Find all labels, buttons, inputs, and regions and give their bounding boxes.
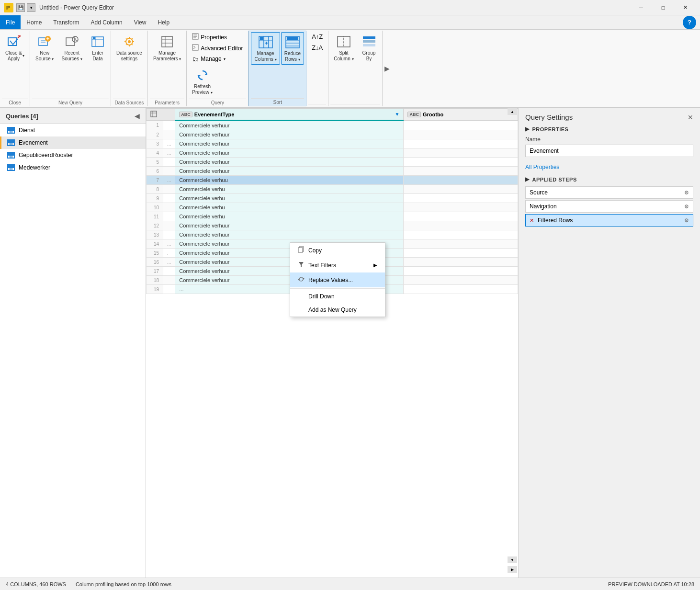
group-by-button[interactable]: GroupBy xyxy=(358,32,380,64)
context-replace-values[interactable]: Replace Values... xyxy=(290,272,385,287)
table-row[interactable]: 6Commerciele verhuur xyxy=(147,167,518,176)
ribbon-more-arrow[interactable]: ▶ xyxy=(384,65,390,72)
menu-file[interactable]: File xyxy=(0,15,21,29)
applied-step-filtered-rows[interactable]: ✕ Filtered Rows ⚙ xyxy=(525,214,693,227)
table-row[interactable]: 7...Commerciele verhuu xyxy=(147,176,518,185)
filtered-rows-gear[interactable]: ⚙ xyxy=(684,217,689,224)
split-column-button[interactable]: SplitColumn ▾ xyxy=(330,32,357,64)
data-grid[interactable]: ABC EvenementType ▼ ABC Grootbo xyxy=(146,108,518,578)
table-row[interactable]: 3...Commerciele verhuur xyxy=(147,139,518,148)
recent-sources-button[interactable]: RecentSources ▾ xyxy=(58,32,85,64)
cell-grootboek[interactable] xyxy=(404,121,518,130)
navigation-step-gear[interactable]: ⚙ xyxy=(684,204,689,210)
ribbon-more[interactable]: ▶ xyxy=(383,31,392,106)
cell-grootboek[interactable] xyxy=(404,276,518,285)
filter-icon-evenement[interactable]: ▼ xyxy=(395,112,400,117)
filtered-rows-x[interactable]: ✕ xyxy=(530,217,534,224)
cell-grootboek[interactable] xyxy=(404,249,518,258)
sidebar-item-dienst[interactable]: Dienst xyxy=(0,124,146,136)
table-row[interactable]: 12Commerciele verhuur xyxy=(147,221,518,230)
menu-view[interactable]: View xyxy=(128,15,152,29)
sidebar-toggle[interactable]: ◀ xyxy=(135,112,140,120)
qs-close-button[interactable]: ✕ xyxy=(688,113,693,121)
cell-grootboek[interactable] xyxy=(404,185,518,194)
sort-za-button[interactable]: Z↓A xyxy=(308,43,326,53)
table-row[interactable]: 11Commerciele verhu xyxy=(147,212,518,221)
reduce-rows-button[interactable]: ReduceRows ▾ xyxy=(281,32,304,65)
cell-evenement-type[interactable]: Commerciele verhuur xyxy=(175,130,404,139)
cell-grootboek[interactable] xyxy=(404,148,518,158)
cell-grootboek[interactable] xyxy=(404,230,518,239)
scroll-down-button[interactable]: ▼ xyxy=(508,556,517,563)
cell-evenement-type[interactable]: Commerciele verhuur xyxy=(175,158,404,167)
cell-grootboek[interactable] xyxy=(404,139,518,148)
menu-transform[interactable]: Transform xyxy=(47,15,85,29)
sidebar-item-gepubliceerd-rooster[interactable]: GepubliceerdRooster xyxy=(0,149,146,161)
cell-grootboek[interactable] xyxy=(404,258,518,267)
cell-grootboek[interactable] xyxy=(404,203,518,212)
manage-button[interactable]: 🗂 Manage ▾ xyxy=(189,54,228,64)
cell-evenement-type[interactable]: Commerciele verhuur xyxy=(175,139,404,148)
menu-home[interactable]: Home xyxy=(21,15,47,29)
dropdown-button[interactable]: ▾ xyxy=(27,3,35,12)
manage-parameters-button[interactable]: ManageParameters ▾ xyxy=(150,32,184,64)
cell-evenement-type[interactable]: Commerciele verhuur xyxy=(175,148,404,158)
sort-az-button[interactable]: A↑Z xyxy=(308,32,326,42)
maximize-button[interactable]: □ xyxy=(652,0,674,15)
cell-grootboek[interactable] xyxy=(404,285,518,294)
cell-grootboek[interactable] xyxy=(404,176,518,185)
cell-grootboek[interactable] xyxy=(404,158,518,167)
cell-evenement-type[interactable]: Commerciele verhuur xyxy=(175,121,404,130)
minimize-button[interactable]: ─ xyxy=(630,0,652,15)
context-add-new-query[interactable]: Add as New Query xyxy=(290,303,385,317)
cell-evenement-type[interactable]: Commerciele verhu xyxy=(175,203,404,212)
cell-evenement-type[interactable]: Commerciele verhu xyxy=(175,194,404,203)
cell-evenement-type[interactable]: Commerciele verhu xyxy=(175,185,404,194)
sidebar-item-evenement[interactable]: Evenement xyxy=(0,136,146,149)
help-button[interactable]: ? xyxy=(683,16,696,29)
cell-grootboek[interactable] xyxy=(404,239,518,249)
sidebar-item-medewerker[interactable]: Medewerker xyxy=(0,161,146,174)
cell-grootboek[interactable] xyxy=(404,221,518,230)
qs-all-properties-link[interactable]: All Properties xyxy=(525,164,559,170)
col-header-evenement-type[interactable]: ABC EvenementType ▼ xyxy=(175,109,404,121)
cell-grootboek[interactable] xyxy=(404,167,518,176)
applied-step-source[interactable]: Source ⚙ xyxy=(525,186,693,199)
cell-grootboek[interactable] xyxy=(404,267,518,276)
cell-grootboek[interactable] xyxy=(404,130,518,139)
table-row[interactable]: 2Commerciele verhuur xyxy=(147,130,518,139)
source-step-gear[interactable]: ⚙ xyxy=(684,190,689,196)
scroll-up-button[interactable]: ▲ xyxy=(508,108,517,115)
enter-data-button[interactable]: EnterData xyxy=(87,32,109,64)
advanced-editor-button[interactable]: Advanced Editor xyxy=(189,43,246,54)
cell-evenement-type[interactable]: Commerciele verhu xyxy=(175,212,404,221)
scroll-right-button[interactable]: ▶ xyxy=(508,566,517,573)
refresh-preview-button[interactable]: RefreshPreview ▾ xyxy=(189,65,215,98)
close-button[interactable]: ✕ xyxy=(674,0,696,15)
table-row[interactable]: 8Commerciele verhu xyxy=(147,185,518,194)
cell-evenement-type[interactable]: Commerciele verhuur xyxy=(175,167,404,176)
properties-button[interactable]: Properties xyxy=(189,32,230,43)
context-copy[interactable]: Copy xyxy=(290,243,385,258)
col-header-grootboek[interactable]: ABC Grootbo xyxy=(404,109,518,121)
table-row[interactable]: 13Commerciele verhuur xyxy=(147,230,518,239)
applied-step-navigation[interactable]: Navigation ⚙ xyxy=(525,200,693,213)
close-apply-button[interactable]: Close & Apply ▾ xyxy=(2,32,28,64)
cell-evenement-type[interactable]: Commerciele verhuu xyxy=(175,176,404,185)
cell-evenement-type[interactable]: Commerciele verhuur xyxy=(175,221,404,230)
table-row[interactable]: 9Commerciele verhu xyxy=(147,194,518,203)
menu-help[interactable]: Help xyxy=(152,15,175,29)
menu-add-column[interactable]: Add Column xyxy=(85,15,128,29)
cell-grootboek[interactable] xyxy=(404,212,518,221)
table-row[interactable]: 5Commerciele verhuur xyxy=(147,158,518,167)
cell-grootboek[interactable] xyxy=(404,194,518,203)
context-text-filters[interactable]: Text Filters ▶ xyxy=(290,258,385,272)
new-source-button[interactable]: NewSource ▾ xyxy=(32,32,57,64)
table-row[interactable]: 1Commerciele verhuur xyxy=(147,121,518,130)
cell-evenement-type[interactable]: Commerciele verhuur xyxy=(175,230,404,239)
table-row[interactable]: 4...Commerciele verhuur xyxy=(147,148,518,158)
manage-columns-button[interactable]: ManageColumns ▾ xyxy=(251,32,280,65)
qs-name-input[interactable] xyxy=(525,145,693,157)
data-source-settings-button[interactable]: Data sourcesettings xyxy=(113,32,146,64)
save-button[interactable]: 💾 xyxy=(16,3,25,12)
